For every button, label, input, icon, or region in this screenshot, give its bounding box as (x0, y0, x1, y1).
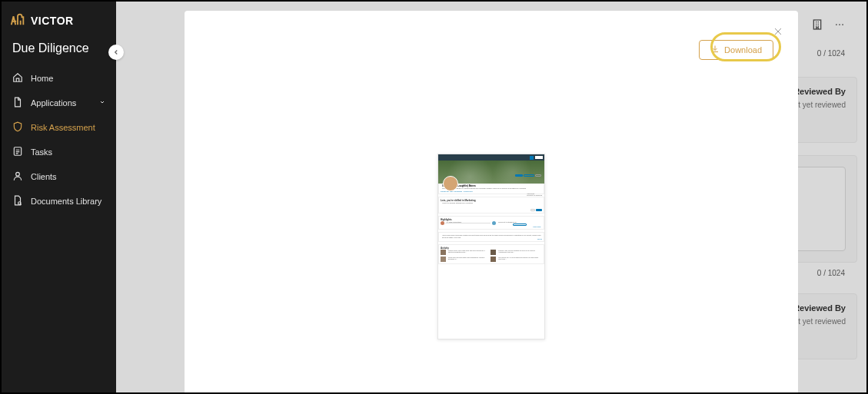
nav-label: Documents Library (31, 197, 101, 206)
brand-logo-icon (9, 11, 26, 31)
message-button (515, 174, 523, 177)
nav-label: Clients (31, 172, 57, 181)
profile-action-buttons (441, 174, 541, 177)
activity-section: Activity Thanks Raka, we're glad we're a… (438, 244, 544, 264)
sidebar-item-clients[interactable]: Clients (2, 164, 116, 189)
library-icon (12, 195, 23, 207)
activity-item: Thanks Anita, we're so grateful to have … (491, 250, 539, 255)
download-label: Download (724, 45, 762, 55)
brand-name: VICTOR (31, 15, 74, 27)
sidebar-nav: Home Applications Risk Assessment (2, 66, 116, 214)
download-icon (710, 45, 720, 55)
highlight-avatar (441, 221, 444, 225)
svg-point-1 (16, 172, 20, 176)
sidebar-collapse-button[interactable] (108, 45, 124, 60)
see-all-link: See all (441, 238, 542, 240)
close-icon (773, 27, 783, 36)
profile-tagline: Recruitment Expert | Builder of Marketin… (442, 187, 542, 189)
highlights-section: Highlights 2 Mutual connections (438, 216, 544, 230)
brand: VICTOR (2, 2, 116, 37)
linkedin-logo-icon (530, 156, 534, 160)
document-preview: Stephanie (McLaughlin) Bairos Recruitmen… (437, 154, 545, 339)
endorse-button (536, 209, 542, 211)
activity-thumbnail (441, 250, 446, 255)
download-button[interactable]: Download (699, 40, 773, 60)
sidebar-item-tasks[interactable]: Tasks (2, 140, 116, 164)
nav-label: Tasks (31, 147, 52, 157)
section-title: Due Diligence (2, 37, 116, 66)
activity-item: Thanks Raka, we're glad we're able to be… (441, 250, 489, 255)
nav-label: Applications (31, 98, 76, 108)
show-more-link: Show more ˅ (441, 226, 542, 227)
more-button (535, 174, 541, 177)
message-stephanie-button (513, 223, 527, 226)
activity-thumbnail (491, 257, 496, 262)
home-icon (12, 72, 23, 84)
modal-overlay[interactable]: Download (116, 2, 866, 392)
activity-item: Job Seeker Tip: If you're looking at mak… (491, 257, 539, 262)
sidebar-item-home[interactable]: Home (2, 66, 116, 91)
skip-button (530, 209, 535, 211)
activity-item: Great work providing useful and consiste… (441, 257, 489, 262)
shield-icon (12, 121, 23, 134)
profile-meta: HackerOne University of California (527, 193, 542, 196)
highlight-avatar (492, 221, 496, 225)
sidebar-item-documents-library[interactable]: Documents Library (2, 189, 116, 214)
user-icon (12, 171, 23, 183)
chevron-down-icon (99, 99, 105, 107)
about-section: I help people build meaningful careers a… (438, 232, 544, 242)
document-preview-modal: Download (185, 11, 798, 392)
modal-close-button[interactable] (773, 26, 783, 38)
linkedin-header (438, 154, 544, 161)
nav-label: Home (31, 74, 53, 83)
chevron-left-icon (112, 48, 120, 56)
profile-avatar (443, 176, 458, 191)
document-icon (12, 97, 23, 109)
linkedin-profile-body: Stephanie (McLaughlin) Bairos Recruitmen… (438, 184, 544, 194)
activity-thumbnail (441, 257, 446, 262)
nav-label: Risk Assessment (31, 123, 95, 132)
highlight-item: 2 Mutual connections (441, 221, 491, 226)
sidebar-item-risk-assessment[interactable]: Risk Assessment (2, 115, 116, 140)
activity-thumbnail (491, 250, 496, 255)
skills-section: Lots, you're skilled in Marketing Would … (438, 197, 544, 213)
save-to-recruiter-button (524, 174, 534, 177)
main-content: 0 / 1024 0 / 1024 Last Reviewed By Not y… (116, 2, 866, 392)
linkedin-header-button (535, 156, 543, 159)
checklist-icon (12, 146, 23, 158)
sidebar-item-applications[interactable]: Applications (2, 91, 116, 115)
sidebar: VICTOR Due Diligence Home Applications (2, 2, 116, 392)
